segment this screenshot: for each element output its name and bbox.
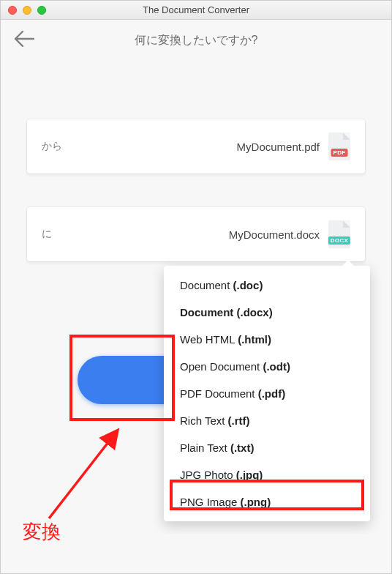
pdf-badge: PDF: [331, 149, 348, 157]
format-option-docx[interactable]: Document (.docx): [164, 299, 370, 326]
format-option-html[interactable]: Web HTML (.html): [164, 326, 370, 353]
format-option-name: Document: [180, 279, 233, 291]
format-option-ext: (.pdf): [258, 387, 285, 400]
format-option-ext: (.odt): [263, 360, 290, 373]
format-option-ext: (.html): [238, 333, 271, 346]
format-option-name: Web HTML: [180, 333, 238, 346]
from-field[interactable]: から MyDocument.pdf PDF: [27, 119, 365, 174]
format-option-txt[interactable]: Plain Text (.txt): [164, 434, 370, 461]
format-option-ext: (.png): [241, 496, 271, 508]
svg-line-0: [49, 432, 116, 518]
pdf-file-icon: PDF: [328, 133, 350, 160]
format-option-ext: (.doc): [233, 279, 263, 291]
format-dropdown[interactable]: Document (.doc)Document (.docx)Web HTML …: [164, 266, 370, 521]
format-option-ext: (.txt): [230, 441, 255, 454]
format-option-ext: (.docx): [237, 306, 273, 318]
format-option-png[interactable]: PNG Image (.png): [164, 488, 370, 515]
to-label: に: [42, 228, 52, 241]
format-option-name: PDF Document: [180, 387, 258, 400]
window-title: The Document Converter: [1, 4, 391, 15]
page-title: 何に変換したいですか?: [37, 33, 355, 48]
format-option-odt[interactable]: Open Document (.odt): [164, 353, 370, 380]
page-background: [1, 534, 391, 573]
format-option-name: Rich Text: [180, 414, 228, 427]
format-option-name: PNG Image: [180, 496, 241, 508]
docx-badge: DOCX: [328, 236, 350, 245]
format-option-name: Plain Text: [180, 441, 230, 454]
from-label: から: [42, 140, 62, 153]
format-option-name: Document: [180, 306, 237, 318]
back-button[interactable]: [14, 28, 37, 53]
format-option-ext: (.rtf): [228, 414, 250, 427]
format-option-jpg[interactable]: JPG Photo (.jpg): [164, 461, 370, 488]
to-filename: MyDocument.docx: [229, 228, 328, 241]
format-option-pdf[interactable]: PDF Document (.pdf): [164, 380, 370, 407]
titlebar: The Document Converter: [1, 1, 391, 20]
format-option-name: JPG Photo: [180, 469, 236, 481]
annotation-arrow-icon: [37, 422, 132, 524]
to-field[interactable]: に MyDocument.docx DOCX: [27, 207, 365, 261]
from-filename: MyDocument.pdf: [237, 141, 328, 153]
format-option-ext: (.jpg): [236, 469, 263, 481]
format-option-rtf[interactable]: Rich Text (.rtf): [164, 407, 370, 434]
docx-file-icon: DOCX: [328, 220, 350, 248]
format-option-doc[interactable]: Document (.doc): [164, 272, 370, 299]
format-option-name: Open Document: [180, 360, 263, 373]
back-arrow-icon: [14, 30, 34, 48]
app-header: 何に変換したいですか?: [1, 20, 391, 61]
